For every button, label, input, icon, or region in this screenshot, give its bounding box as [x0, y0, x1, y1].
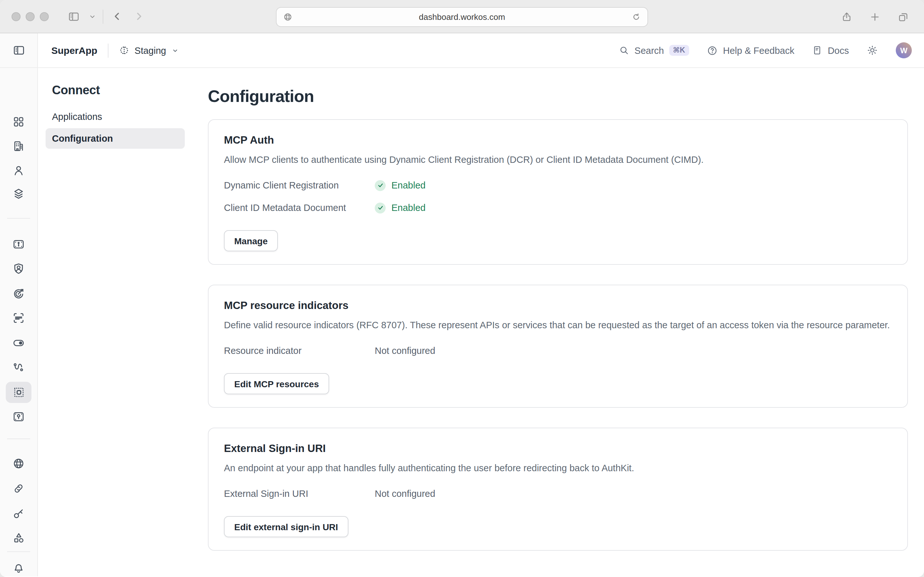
connect-frame-icon-selected[interactable] [6, 382, 31, 403]
section-nav-list: Applications Configuration [45, 106, 185, 149]
status-badge: Enabled [375, 180, 425, 191]
setting-row: Resource indicator Not configured [224, 344, 892, 357]
setting-row: Client ID Metadata Document Enabled [224, 201, 892, 214]
reload-icon[interactable] [632, 12, 641, 22]
app-sidebar-toggle-icon[interactable] [12, 44, 25, 57]
setting-label: Dynamic Client Registration [224, 180, 375, 190]
card-description: Define valid resource indicators (RFC 87… [224, 319, 892, 332]
help-question-icon [706, 45, 718, 56]
zoom-window-button[interactable] [40, 12, 49, 21]
section-title: Connect [52, 83, 208, 97]
search-label: Search [635, 45, 664, 55]
url-text[interactable]: dashboard.workos.com [292, 12, 632, 22]
card-description: An endpoint at your app that handles ful… [224, 462, 892, 474]
docs-icon [812, 45, 822, 56]
avatar[interactable]: W [896, 42, 912, 58]
authkit-keyhole-icon[interactable] [12, 237, 25, 251]
minimize-window-button[interactable] [26, 12, 35, 21]
workflow-path-icon[interactable] [12, 361, 25, 374]
card-title: External Sign-in URI [224, 442, 892, 455]
help-feedback-button[interactable]: Help & Feedback [706, 45, 794, 56]
card-description: Allow MCP clients to authenticate using … [224, 154, 892, 166]
docs-label: Docs [828, 45, 849, 55]
external-signin-uri-card: External Sign-in URI An endpoint at your… [208, 428, 908, 551]
mcp-auth-card: MCP Auth Allow MCP clients to authentica… [208, 119, 908, 265]
setting-row: External Sign-in URI Not configured [224, 487, 892, 500]
chevron-down-icon [171, 47, 179, 54]
notifications-bell-icon[interactable] [12, 561, 25, 575]
sidebar-item-configuration[interactable]: Configuration [45, 128, 185, 149]
help-feedback-label: Help & Feedback [723, 45, 794, 55]
docs-button[interactable]: Docs [812, 45, 849, 56]
search-button[interactable]: Search ⌘K [619, 45, 689, 56]
setting-label: Client ID Metadata Document [224, 203, 375, 213]
window-controls[interactable] [11, 12, 49, 21]
edit-external-signin-uri-button[interactable]: Edit external sign-in URI [224, 516, 349, 537]
setting-row: Dynamic Client Registration Enabled [224, 179, 892, 192]
page-title: Configuration [208, 87, 908, 106]
main-content: Configuration MCP Auth Allow MCP clients… [208, 68, 924, 576]
browser-window: dashboard.workos.com [0, 0, 924, 577]
search-icon [619, 45, 630, 56]
setting-value: Not configured [375, 346, 435, 356]
icon-rail [0, 33, 38, 576]
organizations-building-icon[interactable] [12, 139, 25, 153]
setting-label: Resource indicator [224, 346, 375, 356]
vault-plate-icon[interactable] [12, 410, 25, 424]
status-badge: Enabled [375, 202, 425, 213]
setting-value: Not configured [375, 488, 435, 499]
status-text: Enabled [391, 180, 425, 190]
theme-toggle-sun-icon[interactable] [866, 44, 879, 56]
user-security-shield-icon[interactable] [12, 262, 25, 276]
environment-label: Staging [134, 45, 166, 55]
objects-shapes-icon[interactable] [12, 531, 25, 545]
manage-button[interactable]: Manage [224, 230, 278, 251]
header-divider [107, 43, 108, 57]
layers-stack-icon[interactable] [12, 187, 25, 200]
sidebar-chevron-icon[interactable] [85, 7, 100, 26]
share-icon[interactable] [835, 7, 857, 26]
environment-switcher[interactable]: Staging [118, 45, 179, 56]
search-shortcut-badge: ⌘K [669, 45, 689, 56]
setting-label: External Sign-in URI [224, 488, 375, 499]
close-window-button[interactable] [11, 12, 21, 21]
redirect-link-icon[interactable] [12, 482, 25, 495]
section-sidebar: Connect Applications Configuration [38, 68, 208, 576]
domains-globe-icon[interactable] [12, 457, 25, 470]
site-globe-icon [283, 12, 292, 22]
edit-mcp-resources-button[interactable]: Edit MCP resources [224, 373, 329, 394]
check-icon [375, 202, 386, 213]
mcp-resource-indicators-card: MCP resource indicators Define valid res… [208, 285, 908, 408]
browser-sidebar-toggle-icon[interactable] [63, 7, 85, 26]
check-icon [375, 180, 386, 191]
status-text: Enabled [391, 203, 425, 213]
sso-radar-icon[interactable] [12, 287, 25, 300]
forward-button[interactable] [128, 7, 150, 26]
environment-dotted-icon [118, 45, 129, 56]
app-name[interactable]: SuperApp [51, 45, 97, 56]
card-title: MCP Auth [224, 134, 892, 146]
browser-chrome: dashboard.workos.com [0, 0, 924, 33]
back-button[interactable] [106, 7, 128, 26]
address-bar[interactable]: dashboard.workos.com [276, 7, 648, 27]
sidebar-item-applications[interactable]: Applications [45, 106, 185, 127]
card-title: MCP resource indicators [224, 300, 892, 311]
dashboard-grid-icon[interactable] [12, 115, 25, 129]
api-key-icon[interactable] [12, 507, 25, 520]
users-person-icon[interactable] [12, 164, 25, 177]
app-header: SuperApp Staging Se [38, 33, 924, 68]
directory-scan-icon[interactable] [12, 311, 25, 325]
feature-toggle-icon[interactable] [12, 336, 25, 350]
new-tab-icon[interactable] [864, 7, 885, 26]
tab-overview-icon[interactable] [892, 7, 914, 26]
